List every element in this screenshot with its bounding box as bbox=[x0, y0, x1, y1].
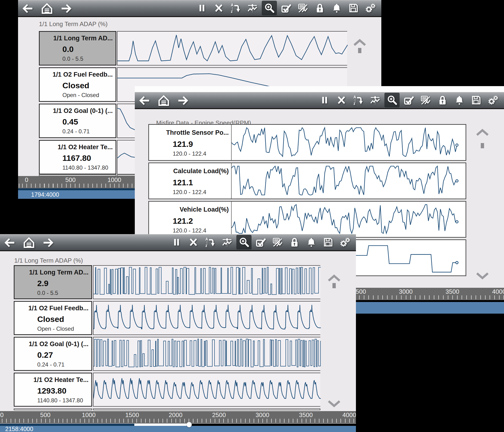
toolbar-button-settings[interactable] bbox=[337, 235, 353, 250]
sort-az-icon bbox=[205, 237, 216, 247]
toolbar bbox=[0, 234, 356, 251]
scroll-up-button[interactable] bbox=[476, 129, 489, 136]
toolbar-button-save[interactable] bbox=[346, 1, 361, 15]
toolbar-button-graph-cursor[interactable] bbox=[368, 93, 383, 108]
ruler-label: 2000 bbox=[169, 411, 182, 419]
toolbar-button-digital-display[interactable] bbox=[296, 1, 311, 15]
pid-value: 121.9 bbox=[173, 139, 193, 149]
toolbar-button-sort-az[interactable] bbox=[228, 1, 243, 15]
toolbar-button-zoom-in[interactable] bbox=[262, 1, 277, 15]
scroll-down-button[interactable] bbox=[327, 400, 341, 407]
toolbar-button-digital-display[interactable] bbox=[418, 93, 433, 108]
pid-graph[interactable] bbox=[232, 202, 465, 237]
pause-icon bbox=[171, 237, 182, 247]
pid-value: 121.1 bbox=[173, 178, 193, 187]
ruler-label: 3000 bbox=[256, 411, 269, 419]
pid-tile[interactable]: 1/1 O2 Heater Te...1167.801140.80 - 1347… bbox=[39, 140, 116, 174]
scroll-down-button[interactable] bbox=[476, 272, 489, 279]
toolbar-button-lock[interactable] bbox=[435, 93, 450, 108]
toolbar-button-bell[interactable] bbox=[452, 93, 467, 108]
pid-graph[interactable] bbox=[232, 125, 465, 160]
pid-tile[interactable]: Calculate Load(%)121.1120.0 - 122.4 bbox=[149, 163, 231, 198]
toolbar-button-checkmark[interactable] bbox=[279, 1, 294, 15]
toolbar-button-home[interactable] bbox=[156, 93, 171, 108]
pid-graph[interactable] bbox=[93, 337, 320, 371]
sort-az-icon bbox=[230, 3, 241, 13]
scroll-indicator bbox=[481, 143, 484, 148]
bell-icon bbox=[454, 95, 465, 105]
frame-counter: 2158:4000 bbox=[0, 426, 356, 432]
toolbar-button-graph-cursor[interactable] bbox=[245, 1, 260, 15]
pid-tile[interactable]: 1/1 O2 Fuel Feedb...ClosedOpen - Closed bbox=[39, 67, 116, 102]
scroll-up-button[interactable] bbox=[353, 39, 366, 46]
pid-tile[interactable]: 1/1 Long Term AD...0.00.0 - 5.5 bbox=[39, 31, 116, 65]
toolbar-button-save[interactable] bbox=[469, 93, 484, 108]
scrub-track[interactable] bbox=[0, 424, 356, 426]
toolbar-button-bell[interactable] bbox=[304, 235, 319, 250]
scrub-handle[interactable] bbox=[187, 422, 192, 427]
pid-tile[interactable]: 1/1 O2 Goal (0-1) (...0.270.24 - 0.71 bbox=[14, 337, 92, 371]
toolbar-button-zoom-in[interactable] bbox=[236, 235, 252, 250]
toolbar-button-lock[interactable] bbox=[312, 1, 327, 15]
waveform bbox=[93, 373, 321, 406]
toolbar-button-digital-display[interactable] bbox=[270, 235, 285, 250]
digital-display-icon bbox=[421, 95, 431, 105]
toolbar-button-back[interactable] bbox=[20, 1, 36, 16]
toolbar-button-checkmark[interactable] bbox=[253, 235, 268, 250]
toolbar-button-forward[interactable] bbox=[175, 93, 190, 108]
toolbar-button-sort-az[interactable] bbox=[203, 235, 218, 250]
toolbar-button-pause[interactable] bbox=[169, 235, 184, 250]
toolbar-button-back[interactable] bbox=[137, 93, 152, 108]
sort-az-icon bbox=[353, 95, 363, 105]
ruler-ticks bbox=[0, 419, 356, 423]
toolbar-button-lock[interactable] bbox=[287, 235, 302, 250]
pid-range: 120.0 - 122.4 bbox=[173, 227, 206, 234]
pid-graph[interactable] bbox=[117, 31, 347, 65]
pid-tile[interactable]: Vehicle Load(%)121.2120.0 - 122.4 bbox=[149, 202, 231, 237]
pid-graph[interactable] bbox=[93, 301, 320, 335]
toolbar-button-settings[interactable] bbox=[363, 1, 378, 15]
scroll-up-button[interactable] bbox=[327, 274, 341, 282]
toolbar-button-save[interactable] bbox=[321, 235, 336, 250]
pid-tile[interactable]: 1/1 O2 Fuel Feedb...ClosedOpen - Closed bbox=[14, 301, 92, 335]
pid-tile[interactable]: 1/1 O2 Goal (0-1) (...0.450.24 - 0.71 bbox=[39, 104, 116, 138]
toolbar-button-close[interactable] bbox=[186, 235, 201, 250]
toolbar-button-bell[interactable] bbox=[329, 1, 344, 15]
checkmark-icon bbox=[404, 95, 414, 105]
toolbar-button-forward[interactable] bbox=[58, 1, 73, 16]
graph-cursor-icon bbox=[370, 95, 380, 105]
pid-tile[interactable]: 1/1 O2 Heater Te...1293.801140.80 - 1347… bbox=[14, 373, 92, 407]
toolbar-button-close[interactable] bbox=[334, 93, 349, 108]
waveform bbox=[93, 302, 321, 334]
toolbar-button-back[interactable] bbox=[2, 235, 18, 250]
scrub-track-elapsed bbox=[0, 424, 134, 426]
toolbar-button-pause[interactable] bbox=[194, 1, 209, 15]
pid-graph[interactable] bbox=[93, 265, 320, 299]
timeline-ruler[interactable]: 05001000150020002500300035004000 bbox=[0, 411, 356, 423]
waveform bbox=[232, 202, 465, 236]
toolbar-button-home[interactable] bbox=[39, 1, 54, 16]
toolbar-button-graph-cursor[interactable] bbox=[219, 235, 235, 250]
toolbar-button-settings[interactable] bbox=[486, 93, 501, 108]
toolbar-button-pause[interactable] bbox=[317, 93, 332, 108]
pid-graph[interactable] bbox=[93, 373, 320, 407]
toolbar-button-sort-az[interactable] bbox=[351, 93, 366, 108]
pid-tile[interactable]: Throttle Sensor Po...121.9120.0 - 122.4 bbox=[149, 125, 231, 160]
waveform bbox=[232, 125, 465, 160]
pid-graph[interactable] bbox=[232, 163, 465, 198]
toolbar-button-home[interactable] bbox=[21, 235, 36, 250]
ruler-label: 500 bbox=[65, 176, 75, 184]
pid-name: 1/1 Long Term AD... bbox=[53, 35, 113, 42]
frame-scrollbar[interactable]: 2158:4000 bbox=[0, 426, 356, 432]
close-icon bbox=[188, 237, 199, 247]
toolbar-button-close[interactable] bbox=[211, 1, 226, 15]
scroll-indicator bbox=[358, 48, 361, 53]
toolbar-button-zoom-in[interactable] bbox=[384, 93, 400, 108]
pid-tile[interactable]: 1/1 Long Term AD...2.90.0 - 5.5 bbox=[14, 265, 92, 299]
chevron-up-icon bbox=[353, 39, 366, 46]
settings-icon bbox=[488, 95, 498, 105]
pid-value: 121.2 bbox=[173, 216, 193, 225]
lock-icon bbox=[437, 95, 448, 105]
toolbar-button-checkmark[interactable] bbox=[401, 93, 416, 108]
toolbar-button-forward[interactable] bbox=[40, 235, 55, 250]
